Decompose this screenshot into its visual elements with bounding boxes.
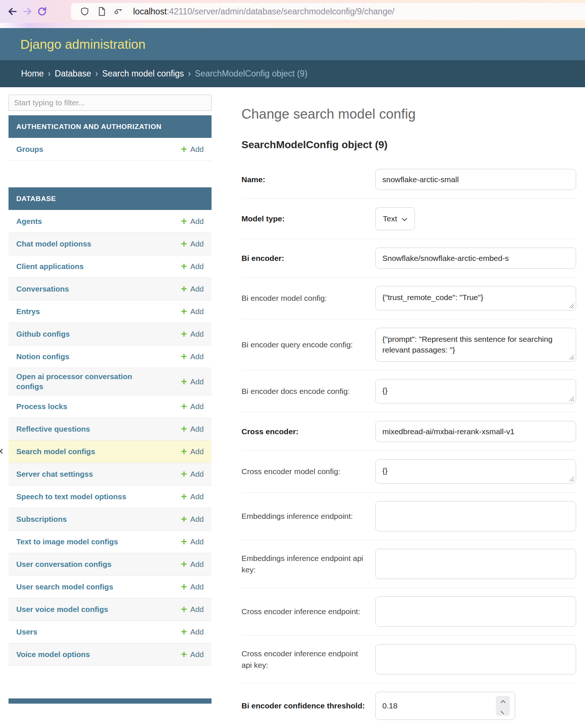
sidebar-link-search-model-configs[interactable]: Search model configs <box>16 447 95 457</box>
shield-icon[interactable] <box>79 6 90 17</box>
sidebar-link-text-to-image-model-configs[interactable]: Text to image model configs <box>16 537 118 547</box>
add-groups-button[interactable]: +Add <box>181 145 204 154</box>
add-chat-model-optionss-button[interactable]: +Add <box>181 239 204 248</box>
add-label: Add <box>190 377 204 386</box>
add-agents-button[interactable]: +Add <box>181 217 204 226</box>
resize-handle-icon[interactable] <box>568 303 574 308</box>
add-subscriptions-button[interactable]: +Add <box>181 515 204 524</box>
breadcrumb-search-model-configs[interactable]: Search model configs <box>102 69 184 79</box>
cross-encoder-input[interactable]: mixedbread-ai/mxbai-rerank-xsmall-v1 <box>375 421 576 442</box>
number-stepper[interactable] <box>496 696 510 716</box>
bi-encoder-query-encode-config-textarea[interactable]: {"prompt": "Represent this sentence for … <box>375 328 576 362</box>
url-bar[interactable]: localhost:42110/server/admin/database/se… <box>71 3 585 20</box>
sidebar-link-users[interactable]: Users <box>16 627 37 637</box>
add-users-button[interactable]: +Add <box>181 627 204 636</box>
embeddings-inference-endpoint-api-key-input[interactable] <box>375 549 576 579</box>
sidebar-link-reflective-questions[interactable]: Reflective questions <box>16 424 90 434</box>
embeddings-inference-endpoint-input[interactable] <box>375 501 576 531</box>
add-notion-configs-button[interactable]: +Add <box>181 352 204 361</box>
bi-encoder-docs-encode-config-textarea[interactable]: {} <box>375 379 576 404</box>
sidebar-link-user-search-model-configs[interactable]: User search model configs <box>16 582 113 592</box>
add-label: Add <box>190 425 204 433</box>
sidebar-item-speech-to-text-model-optionss: Speech to text model optionss+Add <box>9 485 212 508</box>
sidebar-link-client-applications[interactable]: Client applications <box>16 262 84 272</box>
breadcrumb-home[interactable]: Home <box>21 69 44 79</box>
resize-handle-icon[interactable] <box>568 476 574 482</box>
model-type-select[interactable]: Text <box>375 207 415 230</box>
sidebar-item-voice-model-options: Voice model options+Add <box>9 643 212 666</box>
reload-icon[interactable] <box>35 4 50 19</box>
sidebar-link-speech-to-text-model-optionss[interactable]: Speech to text model optionss <box>16 492 126 502</box>
add-voice-model-options-button[interactable]: +Add <box>181 650 204 659</box>
add-entrys-button[interactable]: +Add <box>181 307 204 316</box>
add-user-voice-model-configs-button[interactable]: +Add <box>181 605 204 614</box>
sidebar-link-github-configs[interactable]: Github configs <box>16 329 70 339</box>
cross-encoder-model-config-textarea[interactable]: {} <box>375 459 576 484</box>
field-label-bi-encoder: Bi encoder: <box>241 252 375 264</box>
bi-encoder-model-config-textarea[interactable]: {"trust_remote_code": "True"} <box>375 286 576 310</box>
bi-encoder-input[interactable]: Snowflake/snowflake-arctic-embed-s <box>375 248 576 269</box>
sidebar-link-chat-model-optionss[interactable]: Chat model optionss <box>16 239 91 249</box>
page-icon[interactable] <box>96 6 107 17</box>
add-github-configs-button[interactable]: +Add <box>181 330 204 339</box>
plus-icon: + <box>181 240 187 248</box>
breadcrumb-database[interactable]: Database <box>55 69 91 79</box>
sidebar-link-subscriptions[interactable]: Subscriptions <box>16 514 67 524</box>
name-input[interactable]: snowflake-arctic-small <box>375 169 576 190</box>
sidebar-link-user-voice-model-configs[interactable]: User voice model configs <box>16 605 108 615</box>
sidebar-link-agents[interactable]: Agents <box>16 217 42 227</box>
stepper-down-icon[interactable] <box>500 707 506 716</box>
admin-header: Django administration <box>0 28 585 60</box>
sidebar-link-entrys[interactable]: Entrys <box>16 307 40 317</box>
add-speech-to-text-model-optionss-button[interactable]: +Add <box>181 492 204 501</box>
add-text-to-image-model-configs-button[interactable]: +Add <box>181 537 204 546</box>
sidebar-collapse-toggle[interactable]: « <box>0 443 3 457</box>
name-value: snowflake-arctic-small <box>382 175 459 184</box>
form-row-bi-encoder-confidence-threshold: Bi encoder confidence threshold:0.18 <box>241 683 576 728</box>
plus-icon: + <box>181 448 187 455</box>
sidebar-link-open-ai-processor-conversation-configs[interactable]: Open ai processor conversation configs <box>16 372 138 391</box>
sidebar-section-caption-database: DATABASE <box>9 187 212 210</box>
sidebar-item-chat-model-optionss: Chat model optionss+Add <box>9 232 212 255</box>
sidebar-item-reflective-questions: Reflective questions+Add <box>9 418 212 440</box>
site-title[interactable]: Django administration <box>20 37 146 52</box>
sidebar-item-text-to-image-model-configs: Text to image model configs+Add <box>9 530 212 553</box>
sidebar-link-process-locks[interactable]: Process locks <box>16 402 67 412</box>
add-server-chat-settingss-button[interactable]: +Add <box>181 470 204 479</box>
bi-encoder-confidence-threshold-input[interactable]: 0.18 <box>375 692 515 720</box>
back-icon[interactable] <box>5 4 20 19</box>
forward-icon[interactable] <box>20 4 35 19</box>
resize-handle-icon[interactable] <box>568 396 574 401</box>
cross-encoder-inference-endpoint-input[interactable] <box>375 596 576 627</box>
add-process-locks-button[interactable]: +Add <box>181 402 204 411</box>
sidebar-item-github-configs: Github configs+Add <box>9 323 212 345</box>
sidebar-link-voice-model-options[interactable]: Voice model options <box>16 650 90 660</box>
sidebar-item-agents: Agents+Add <box>9 210 212 232</box>
model-type-selected-value: Text <box>383 214 397 223</box>
cross-encoder-value: mixedbread-ai/mxbai-rerank-xsmall-v1 <box>382 427 514 436</box>
sidebar-item-notion-configs: Notion configs+Add <box>9 345 212 368</box>
add-client-applications-button[interactable]: +Add <box>181 262 204 271</box>
add-search-model-configs-button[interactable]: +Add <box>181 447 204 456</box>
sidebar-item-entrys: Entrys+Add <box>9 300 212 323</box>
sidebar-link-user-conversation-configs[interactable]: User conversation configs <box>16 559 111 569</box>
cross-encoder-inference-endpoint-api-key-input[interactable] <box>375 644 576 674</box>
bi-encoder-model-config-value: {"trust_remote_code": "True"} <box>382 293 483 302</box>
sidebar-filter-input[interactable] <box>9 95 212 111</box>
sidebar-link-server-chat-settingss[interactable]: Server chat settingss <box>16 469 93 479</box>
field-label-cross-encoder-model-config: Cross encoder model config: <box>241 466 375 477</box>
add-user-search-model-configs-button[interactable]: +Add <box>181 582 204 591</box>
site-permissions-icon[interactable] <box>113 6 124 17</box>
cross-encoder-model-config-value: {} <box>382 466 388 475</box>
sidebar-link-groups[interactable]: Groups <box>16 144 43 154</box>
sidebar-link-notion-configs[interactable]: Notion configs <box>16 352 69 362</box>
add-user-conversation-configs-button[interactable]: +Add <box>181 560 204 569</box>
add-open-ai-processor-conversation-configs-button[interactable]: +Add <box>181 377 204 386</box>
stepper-up-icon[interactable] <box>500 696 506 705</box>
sidebar-link-conversations[interactable]: Conversations <box>16 284 69 294</box>
resize-handle-icon[interactable] <box>568 354 574 360</box>
sidebar-item-users: Users+Add <box>9 620 212 643</box>
add-conversations-button[interactable]: +Add <box>181 285 204 293</box>
add-label: Add <box>190 470 204 479</box>
add-reflective-questions-button[interactable]: +Add <box>181 425 204 433</box>
